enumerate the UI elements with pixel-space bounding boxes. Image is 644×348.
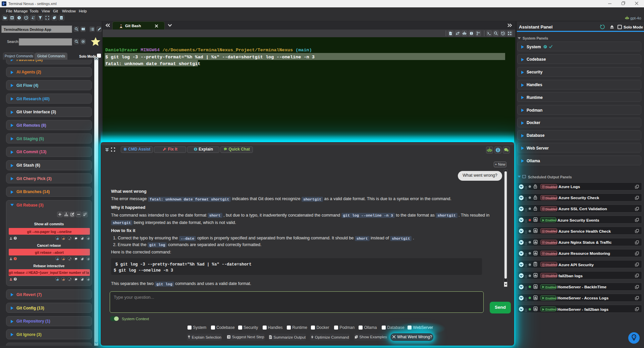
svg-text:Z: Z bbox=[34, 18, 35, 20]
svg-text:A: A bbox=[34, 16, 35, 18]
svg-text:?: ? bbox=[14, 257, 16, 260]
svg-text:?: ? bbox=[14, 237, 16, 239]
svg-text:?: ? bbox=[14, 278, 16, 280]
